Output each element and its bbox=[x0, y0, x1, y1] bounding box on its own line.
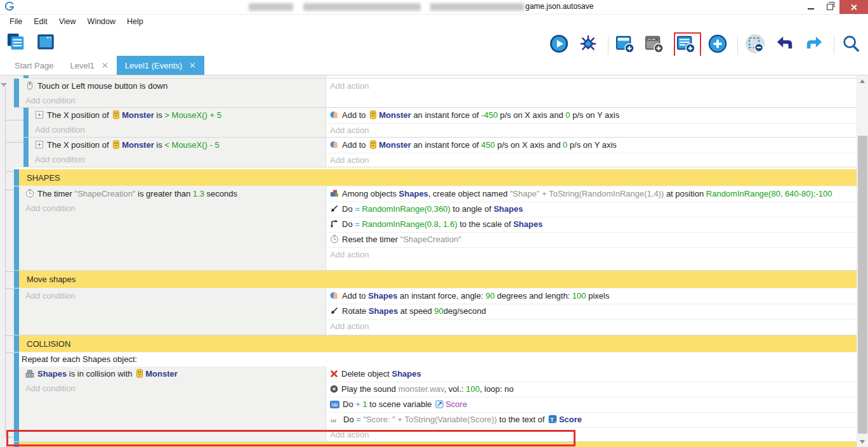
tab-close-icon[interactable] bbox=[102, 62, 109, 68]
add-condition-button[interactable]: Add condition bbox=[29, 123, 326, 136]
scene-editor-button[interactable] bbox=[36, 32, 58, 54]
minimize-button[interactable] bbox=[801, 0, 820, 14]
foreach-event[interactable]: Repeat for each Shapes object:Shapes is … bbox=[14, 353, 857, 442]
restore-button[interactable] bbox=[820, 0, 839, 14]
vertical-scrollbar[interactable] bbox=[857, 75, 868, 447]
action-row[interactable]: Do = RandomInRange(0.8, 1.6) to the scal… bbox=[326, 217, 857, 233]
condition-row[interactable]: The X position of Monster is > MouseX() … bbox=[29, 108, 326, 123]
text-segment: at position bbox=[664, 189, 706, 198]
gdevelop-logo-icon bbox=[4, 1, 15, 14]
action-row[interactable]: Do = RandomInRange(0,360) to angle of Sh… bbox=[326, 202, 857, 217]
expression-value: 90 bbox=[434, 306, 443, 316]
condition-row[interactable]: Shapes is in collision with Monster bbox=[19, 367, 326, 382]
actions-cell bbox=[326, 75, 857, 78]
undo-button[interactable] bbox=[775, 34, 798, 56]
action-row[interactable]: Add to Shapes an instant force, angle: 9… bbox=[326, 289, 857, 304]
play-button[interactable] bbox=[549, 34, 572, 56]
close-button[interactable] bbox=[839, 0, 868, 14]
action-row[interactable]: VarDo + 1 to scene variable Score bbox=[326, 398, 857, 413]
object-name: Shapes bbox=[494, 204, 523, 214]
add-condition-button[interactable]: Add condition bbox=[19, 289, 326, 302]
add-object-button[interactable] bbox=[615, 34, 638, 56]
add-action-button[interactable]: Add action bbox=[326, 79, 857, 93]
event-selection-bar[interactable] bbox=[14, 186, 19, 270]
object-name: Score bbox=[559, 415, 582, 424]
action-row[interactable]: Add to Monster an instant force of -450 … bbox=[326, 108, 857, 124]
tab-start-page[interactable]: Start Page bbox=[6, 56, 62, 75]
menu-file[interactable]: File bbox=[4, 17, 28, 26]
action-row[interactable]: Add to Monster an instant force of 450 p… bbox=[326, 138, 857, 153]
event-block[interactable]: The X position of Monster is < MouseX() … bbox=[23, 138, 857, 167]
force-icon bbox=[330, 290, 339, 304]
add-new-button[interactable] bbox=[708, 34, 730, 56]
menu-view[interactable]: View bbox=[53, 17, 82, 26]
conditions-cell: Touch or Left mouse button is downAdd co… bbox=[19, 79, 326, 107]
toolbar-right-group bbox=[549, 32, 864, 58]
condition-row[interactable]: Touch or Left mouse button is down bbox=[19, 79, 326, 94]
string-parameter: "Score: " + ToString(Variable(Score)) bbox=[363, 415, 497, 424]
text-segment: Among objects bbox=[342, 189, 399, 198]
create-icon bbox=[330, 188, 339, 202]
search-button[interactable] bbox=[841, 34, 864, 56]
tab-level1-events[interactable]: Level1 (Events) bbox=[117, 56, 204, 75]
add-condition-button[interactable]: Add condition bbox=[19, 202, 326, 215]
text-segment: p/s on Y axis bbox=[570, 110, 620, 120]
event-selection-bar[interactable] bbox=[14, 79, 19, 107]
text-segment: Do bbox=[343, 399, 355, 409]
add-event-button[interactable] bbox=[676, 34, 699, 56]
tab-level1[interactable]: Level1 bbox=[62, 56, 116, 75]
toolbar-separator bbox=[737, 36, 738, 55]
action-row[interactable]: Among objects Shapes, create object name… bbox=[326, 187, 857, 202]
comment-event[interactable]: Move shapes bbox=[14, 271, 857, 288]
menu-window[interactable]: Window bbox=[82, 17, 121, 26]
expression-value: 90 bbox=[485, 291, 494, 301]
scrollbar-thumb[interactable] bbox=[858, 136, 867, 434]
menu-edit[interactable]: Edit bbox=[28, 17, 53, 26]
action-row[interactable]: Reset the timer "ShapeCreation" bbox=[326, 233, 857, 248]
add-action-button[interactable]: Add action bbox=[326, 320, 857, 333]
event-selection-bar[interactable] bbox=[14, 271, 19, 288]
comment-event[interactable]: SHAPES bbox=[14, 169, 857, 186]
deselect-button[interactable] bbox=[745, 34, 768, 56]
tab-close-icon[interactable] bbox=[190, 62, 196, 68]
action-row[interactable]: txtDo = "Score: " + ToString(Variable(Sc… bbox=[326, 413, 857, 428]
comment-event[interactable]: COLLISION bbox=[14, 335, 857, 353]
add-action-button[interactable]: Add action bbox=[326, 248, 857, 261]
scroll-up-icon[interactable] bbox=[860, 79, 865, 83]
event-selection-bar[interactable] bbox=[14, 335, 19, 352]
action-row[interactable]: Rotate Shapes at speed 90deg/second bbox=[326, 304, 857, 320]
event-block[interactable]: Add conditionAdd to Shapes an instant fo… bbox=[14, 288, 857, 335]
event-block[interactable]: The timer "ShapeCreation" is greater tha… bbox=[14, 186, 857, 271]
scroll-down-icon[interactable] bbox=[860, 440, 865, 444]
string-parameter: monster.wav bbox=[398, 384, 444, 394]
action-row[interactable]: Delete object Shapes bbox=[326, 367, 857, 382]
event-selection-bar[interactable] bbox=[14, 353, 19, 441]
add-action-button[interactable]: Add action bbox=[326, 153, 857, 167]
add-condition-button[interactable]: Add condition bbox=[29, 153, 326, 166]
expression-value: RandomInRange(0,360) bbox=[362, 204, 450, 214]
event-selection-bar[interactable] bbox=[23, 138, 29, 167]
redacted-text-blur bbox=[430, 3, 524, 11]
add-condition-button[interactable]: Add condition bbox=[19, 94, 326, 107]
scene-variable-name: Score bbox=[445, 399, 467, 409]
project-manager-icon bbox=[6, 32, 25, 54]
project-manager-button[interactable] bbox=[6, 32, 29, 54]
add-action-button[interactable]: Add action bbox=[326, 124, 857, 137]
redacted-text-blur bbox=[249, 3, 293, 11]
event-selection-bar[interactable] bbox=[23, 108, 29, 137]
condition-row[interactable]: The timer "ShapeCreation" is greater tha… bbox=[19, 187, 326, 202]
event-selection-bar[interactable] bbox=[14, 169, 19, 186]
debug-button[interactable] bbox=[579, 34, 601, 56]
add-condition-button[interactable]: Add condition bbox=[19, 382, 326, 395]
action-row[interactable]: Play the sound monster.wav, vol.: 100, l… bbox=[326, 382, 857, 398]
event-selection-bar[interactable] bbox=[14, 288, 19, 335]
add-object-group-button[interactable] bbox=[645, 34, 667, 56]
foreach-header[interactable]: Repeat for each Shapes object: bbox=[19, 353, 857, 366]
redo-button[interactable] bbox=[805, 34, 827, 56]
menu-help[interactable]: Help bbox=[121, 17, 149, 26]
condition-row[interactable]: The X position of Monster is < MouseX() … bbox=[29, 138, 326, 153]
event-block[interactable]: The X position of Monster is > MouseX() … bbox=[23, 108, 857, 138]
monster-icon bbox=[112, 139, 120, 153]
event-selection-bar[interactable] bbox=[23, 75, 29, 78]
event-block[interactable]: Touch or Left mouse button is downAdd co… bbox=[14, 79, 857, 108]
